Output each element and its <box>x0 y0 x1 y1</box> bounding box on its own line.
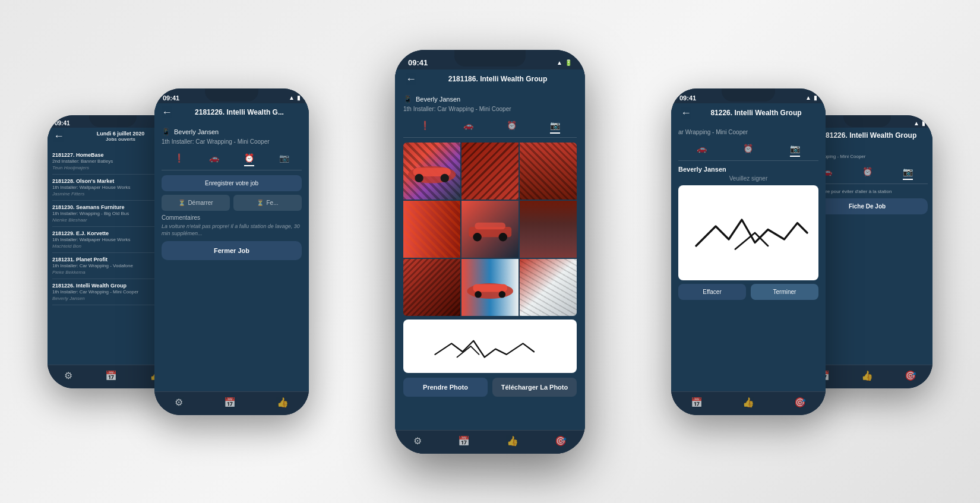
tab-camera-4[interactable]: 📷 <box>790 144 800 157</box>
tab-clock-4[interactable]: ⏰ <box>743 144 753 157</box>
like-tab-3[interactable]: 👍 <box>507 435 519 447</box>
svg-point-6 <box>473 233 481 241</box>
timer-row-2: ⏳ Démarrer ⏳ Fe... <box>162 195 302 211</box>
signature-box-4[interactable] <box>678 185 818 280</box>
tab-clock-3[interactable]: ⏰ <box>507 121 517 134</box>
notch-3 <box>454 50 526 67</box>
tab-car-4[interactable]: 🚗 <box>697 144 707 157</box>
svg-point-11 <box>498 291 505 298</box>
status-icons-5: ▲ ▮ <box>913 120 925 126</box>
time-4: 09:41 <box>679 94 696 102</box>
status-icons-4: ▲ ▮ <box>805 94 817 101</box>
signature-box-3[interactable] <box>403 319 577 373</box>
fermer-job-btn-2[interactable]: Fermer Job <box>162 241 302 260</box>
wifi-icon-2: ▲ <box>289 94 295 101</box>
nav-header-4: ← 81226. Intelli Wealth Group <box>671 103 826 124</box>
nav-header-3: ← 2181186. Intelli Wealth Group <box>395 69 585 90</box>
job-detail-3: 1th Installer: Car Wrapping - Mini Coope… <box>403 106 577 112</box>
tab-alert-3[interactable]: ❗ <box>420 121 430 134</box>
bottom-bar-2: ⚙ 📅 👍 <box>154 391 309 415</box>
time-3: 09:41 <box>408 58 428 67</box>
photo-cell[interactable] <box>520 259 577 316</box>
photo-cell[interactable] <box>461 201 519 258</box>
tab-car-3[interactable]: 🚗 <box>463 121 473 134</box>
terminer-btn-4[interactable]: Terminer <box>751 284 818 300</box>
nav-header-2: ← 2181226. Intelli Wealth G... <box>154 103 309 123</box>
hourglass-icon-finish: ⏳ <box>257 200 264 206</box>
finish-btn-2[interactable]: ⏳ Fe... <box>233 195 302 211</box>
save-job-btn-2[interactable]: Enregistrer votre job <box>162 175 302 191</box>
wifi-icon-4: ▲ <box>805 94 811 101</box>
status-icons-2: ▲ ▮ <box>289 94 301 101</box>
sign-prompt-4: Veuillez signer <box>678 175 818 182</box>
bottom-bar-4: 📅 👍 🎯 <box>671 391 826 415</box>
calendar-tab-2[interactable]: 📅 <box>224 397 236 408</box>
like-tab-2[interactable]: 👍 <box>277 397 289 408</box>
photo-grid-3 <box>403 143 577 316</box>
phone4-content: ar Wrapping - Mini Cooper 🚗 ⏰ 📷 Beverly … <box>671 124 826 391</box>
back-arrow-4[interactable]: ← <box>681 107 691 119</box>
photo-cell[interactable] <box>461 143 519 200</box>
client-name-3: Beverly Jansen <box>416 96 460 103</box>
notch-2 <box>205 88 258 102</box>
photo-cell[interactable] <box>520 201 577 258</box>
battery-icon-3: 🔋 <box>565 59 572 66</box>
photo-cell[interactable] <box>520 143 577 200</box>
svg-rect-9 <box>473 284 507 292</box>
tab-camera-2[interactable]: 📷 <box>279 153 289 166</box>
signature-large-svg <box>683 190 814 276</box>
calendar-tab-3[interactable]: 📅 <box>458 435 470 447</box>
nav-title-2: 2181226. Intelli Wealth G... <box>177 108 302 116</box>
sign-actions-4: Effacer Terminer <box>678 280 818 303</box>
battery-icon-2: ▮ <box>297 94 301 101</box>
svg-point-10 <box>475 291 482 298</box>
tab-camera-5[interactable]: 📷 <box>903 167 913 180</box>
calendar-tab-4[interactable]: 📅 <box>691 397 703 408</box>
battery-icon-4: ▮ <box>814 94 817 101</box>
phone-icon-3: 📱 <box>403 95 412 103</box>
back-arrow-3[interactable]: ← <box>406 73 416 86</box>
like-tab-5[interactable]: 👍 <box>861 370 873 381</box>
tab-alert-2[interactable]: ❗ <box>174 153 184 166</box>
like-tab-4[interactable]: 👍 <box>742 397 754 408</box>
settings-tab-1[interactable]: ⚙ <box>64 370 72 381</box>
start-btn-2[interactable]: ⏳ Démarrer <box>162 195 230 211</box>
effacer-btn-4[interactable]: Effacer <box>678 284 746 300</box>
prendre-photo-btn[interactable]: Prendre Photo <box>403 378 488 397</box>
notch-4 <box>722 88 775 102</box>
comment-text-2: La voiture n'etait pas propre! Il a fall… <box>162 223 302 238</box>
settings-tab-2[interactable]: ⚙ <box>175 397 183 408</box>
telecharger-photo-btn[interactable]: Télécharger La Photo <box>492 378 577 397</box>
nav-title-3: 2181186. Intelli Wealth Group <box>421 75 574 83</box>
back-arrow-1[interactable]: ← <box>53 130 64 143</box>
tabs-row-3: ❗ 🚗 ⏰ 📷 <box>403 117 577 138</box>
tab-clock-2[interactable]: ⏰ <box>244 153 254 166</box>
phone-2: 09:41 ▲ ▮ ← 2181226. Intelli Wealth G...… <box>154 88 309 415</box>
photo-cell[interactable] <box>461 259 519 316</box>
target-tab-5[interactable]: 🎯 <box>905 370 916 381</box>
comment-label-2: Commentaires <box>162 214 302 221</box>
calendar-tab-1[interactable]: 📅 <box>105 370 117 381</box>
photo-cell[interactable] <box>403 259 460 316</box>
back-arrow-2[interactable]: ← <box>162 106 172 119</box>
bottom-bar-3: ⚙ 📅 👍 🎯 <box>395 430 585 454</box>
notch-1 <box>89 115 137 127</box>
target-tab-3[interactable]: 🎯 <box>555 435 567 447</box>
tab-car-2[interactable]: 🚗 <box>209 153 219 166</box>
signature-svg <box>408 324 572 368</box>
svg-rect-5 <box>475 223 505 230</box>
photo-cell[interactable] <box>403 143 460 200</box>
tab-clock-5[interactable]: ⏰ <box>862 167 872 180</box>
job-detail-4: ar Wrapping - Mini Cooper <box>678 129 818 135</box>
photo-cell[interactable] <box>403 201 460 258</box>
settings-tab-3[interactable]: ⚙ <box>413 435 422 447</box>
tabs-row-2: ❗ 🚗 ⏰ 📷 <box>162 150 302 170</box>
svg-point-2 <box>415 174 423 182</box>
tab-camera-3[interactable]: 📷 <box>550 121 560 134</box>
hourglass-icon-2: ⏳ <box>178 200 185 206</box>
photo-action-buttons: Prendre Photo Télécharger La Photo <box>403 373 577 401</box>
wifi-icon-5: ▲ <box>913 120 919 126</box>
wifi-icon-3: ▲ <box>557 59 562 66</box>
target-tab-4[interactable]: 🎯 <box>794 397 806 408</box>
client-name-2: Beverly Jansen <box>174 128 219 135</box>
